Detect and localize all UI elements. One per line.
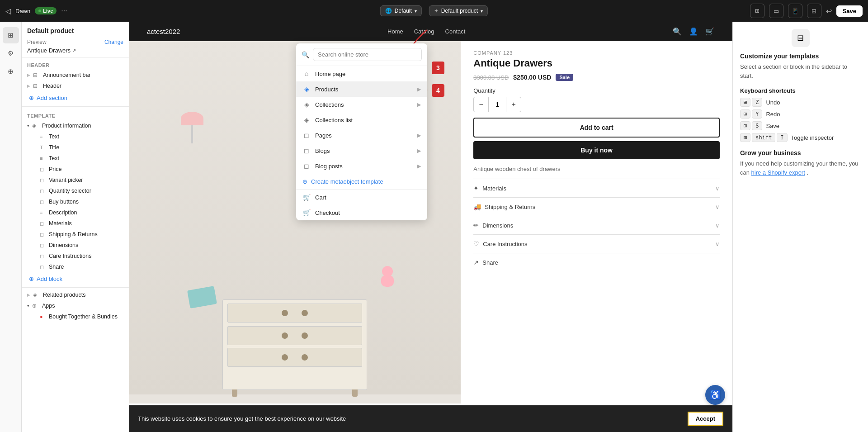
template-dropdown[interactable]: 🌐 Default ▾ (380, 5, 422, 16)
nav-home[interactable]: Home (387, 28, 403, 35)
add-block-btn[interactable]: ⊕ Add block (22, 272, 129, 285)
shortcut-key-undo: ⊞ Z (740, 98, 762, 107)
search-icon: 🔍 (302, 51, 309, 58)
announcement-bar-item[interactable]: ▶ ⊟ Announcement bar (22, 70, 129, 81)
qty-increase-btn[interactable]: + (506, 97, 521, 112)
arrow-right-icon: ▶ (417, 133, 421, 138)
grow-section: Grow your business If you need help cust… (740, 149, 861, 177)
price-row: $300.00 USD $250.00 USD Sale (473, 74, 720, 81)
sub-item-buy-buttons[interactable]: ◻ Buy buttons (22, 196, 129, 207)
sub-item-variant-picker[interactable]: ◻ Variant picker (22, 175, 129, 185)
apps-item[interactable]: ▾ ⊕ Apps (22, 300, 129, 311)
store-logo: actest2022 (147, 28, 180, 35)
dropdown-create-metaobject[interactable]: ⊕ Create metaobject template (296, 174, 427, 189)
materials-icon: ✦ (473, 185, 479, 192)
tablet-view-btn[interactable]: ▭ (769, 4, 783, 18)
collections-list-icon: ◈ (302, 116, 311, 123)
live-badge: Live (35, 7, 57, 14)
preview-frame: actest2022 Home Catalog Contact 🔍 👤 🛒 (129, 22, 732, 432)
sub-item-price[interactable]: ◻ Price (22, 164, 129, 175)
external-link-icon[interactable]: ↗ (72, 48, 76, 53)
sub-item-care-instructions[interactable]: ◻ Care Instructions (22, 251, 129, 261)
sub-item-description[interactable]: ≡ Description (22, 207, 129, 218)
apps-icon[interactable]: ⊕ (3, 63, 19, 80)
sub-item-text-1[interactable]: ≡ Text (22, 131, 129, 142)
header-item[interactable]: ▶ ⊟ Header (22, 81, 129, 91)
template-dropdown-menu: 🔍 ⌂ Home page ◈ Products ▶ ◈ Collections… (296, 43, 427, 220)
sub-item-materials[interactable]: ◻ Materials (22, 218, 129, 229)
preview-row: Preview Change (27, 39, 123, 45)
mobile-view-btn[interactable]: 📱 (788, 4, 802, 18)
cookie-accept-btn[interactable]: Accept (688, 412, 723, 426)
product-title: Antique Drawers (473, 57, 720, 69)
dropdown-pages[interactable]: ◻ Pages ▶ (296, 128, 427, 143)
sidebar-top-section: Default product Preview Change Antique D… (22, 22, 129, 58)
sub-item-dimensions[interactable]: ◻ Dimensions (22, 240, 129, 251)
dropdown-blogs[interactable]: ◻ Blogs ▶ (296, 143, 427, 158)
dimensions-icon: ✏ (473, 222, 479, 229)
shortcut-inspector: ⊞ shift I Toggle inspector (740, 133, 861, 142)
accordion-materials[interactable]: ✦ Materials ∨ (473, 179, 720, 197)
cart-icon[interactable]: 🛒 (705, 27, 714, 36)
accordion-share[interactable]: ↗ Share (473, 253, 720, 271)
sub-item-quantity-selector[interactable]: ◻ Quantity selector (22, 185, 129, 196)
theme-settings-icon[interactable]: ⚙ (3, 45, 19, 62)
sub-item-shipping[interactable]: ◻ Shipping & Returns (22, 229, 129, 240)
dropdown-products[interactable]: ◈ Products ▶ (296, 81, 427, 97)
create-icon: ⊕ (302, 178, 307, 185)
sale-badge: Sale (556, 74, 573, 81)
header-icon: ⊟ (33, 83, 40, 89)
product-dropdown[interactable]: ✦ Default product ▾ (429, 5, 488, 16)
dropdown-blog-posts[interactable]: ◻ Blog posts ▶ (296, 158, 427, 174)
undo-btn[interactable]: ↩ (826, 7, 832, 15)
dropdown-collections[interactable]: ◈ Collections ▶ (296, 97, 427, 112)
accordion-dimensions[interactable]: ✏ Dimensions ∨ (473, 216, 720, 234)
product-information-item[interactable]: ▾ ◈ Product information (22, 120, 129, 131)
add-section-btn[interactable]: ⊕ Add section (22, 91, 129, 104)
cookie-bar: This website uses cookies to ensure you … (129, 405, 732, 432)
related-products-item[interactable]: ▶ ◈ Related products (22, 290, 129, 300)
product-description: Antique wooden chest of drawers (473, 166, 720, 172)
center-area: actest2022 Home Catalog Contact 🔍 👤 🛒 (129, 22, 732, 432)
accordion-shipping[interactable]: 🚚 Shipping & Returns ∨ (473, 197, 720, 216)
sub-item-text-2[interactable]: ≡ Text (22, 153, 129, 164)
store-nav: Home Catalog Contact (387, 28, 465, 35)
accessibility-widget[interactable]: ♿ (705, 385, 725, 405)
arrow-right-icon: ▶ (417, 86, 421, 92)
search-store-icon[interactable]: 🔍 (673, 27, 682, 36)
nav-contact[interactable]: Contact (445, 28, 466, 35)
buy-now-btn[interactable]: Buy it now (473, 141, 720, 159)
desktop-view-btn[interactable]: ⊞ (750, 4, 764, 18)
account-icon[interactable]: 👤 (689, 27, 698, 36)
tree-panel: Default product Preview Change Antique D… (22, 22, 129, 432)
shopify-expert-link[interactable]: hire a Shopify expert (751, 169, 805, 176)
sections-icon[interactable]: ⊞ (3, 27, 19, 43)
product-info-area: COMPANY 123 Antique Drawers $300.00 USD … (461, 41, 732, 404)
qty-decrease-btn[interactable]: − (474, 97, 488, 112)
main-layout: ⊞ ⚙ ⊕ Default product Preview Change Ant… (0, 22, 868, 432)
live-dot (38, 9, 41, 12)
dropdown-checkout[interactable]: 🛒 Checkout (296, 205, 427, 220)
icon-rail: ⊞ ⚙ ⊕ (0, 22, 22, 432)
sub-item-title[interactable]: T Title (22, 142, 129, 153)
share-btn[interactable]: ⊞ (807, 4, 821, 18)
save-button[interactable]: Save (836, 5, 863, 17)
qty-value: 1 (488, 97, 506, 112)
key-grid3: ⊞ (740, 121, 750, 130)
sub-item-share[interactable]: ◻ Share (22, 261, 129, 272)
back-icon[interactable]: ◁ (5, 7, 11, 15)
dropdown-cart[interactable]: 🛒 Cart (296, 190, 427, 205)
accordion-care[interactable]: ♡ Care Instructions ∨ (473, 234, 720, 253)
more-btn[interactable]: ··· (61, 7, 67, 15)
store-header: actest2022 Home Catalog Contact 🔍 👤 🛒 (129, 22, 732, 41)
shipping-icon: 🚚 (473, 203, 481, 210)
nav-catalog[interactable]: Catalog (414, 28, 434, 35)
store-icons: 🔍 👤 🛒 (673, 27, 714, 36)
add-to-cart-btn[interactable]: Add to cart (473, 118, 720, 138)
dropdown-collections-list[interactable]: ◈ Collections list (296, 112, 427, 128)
change-link[interactable]: Change (104, 39, 123, 45)
bought-together-item[interactable]: ● Bought Together & Bundles (22, 311, 129, 322)
key-grid4: ⊞ (740, 133, 750, 142)
search-input[interactable] (313, 48, 422, 61)
dropdown-home-page[interactable]: ⌂ Home page (296, 66, 427, 81)
